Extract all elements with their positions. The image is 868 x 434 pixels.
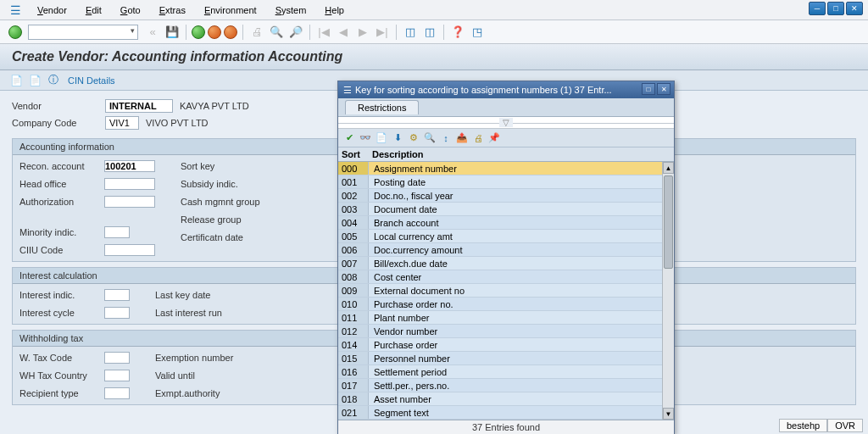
- copy-page-icon[interactable]: 📄: [27, 73, 42, 88]
- popup-row-005[interactable]: 005Local currency amt: [338, 230, 674, 243]
- row-sort: 014: [338, 338, 369, 351]
- popup-row-001[interactable]: 001Posting date: [338, 175, 674, 189]
- popup-check-icon[interactable]: ✔: [342, 131, 357, 146]
- popup-down-icon[interactable]: ⬇: [390, 131, 405, 146]
- popup-filter-icon[interactable]: ⚙: [406, 131, 421, 146]
- popup-close-button[interactable]: ✕: [657, 83, 670, 95]
- recipient-type-field[interactable]: [104, 387, 130, 399]
- interest-cycle-label: Interest cycle: [19, 308, 104, 318]
- row-desc: Branch account: [369, 218, 674, 228]
- sort-key-label: Sort key: [181, 161, 265, 171]
- row-sort: 021: [338, 406, 369, 419]
- popup-row-003[interactable]: 003Document date: [338, 203, 674, 216]
- app-menu-icon[interactable]: ☰: [8, 3, 22, 17]
- row-sort: 001: [338, 175, 369, 188]
- popup-row-006[interactable]: 006Doc.currency amount: [338, 243, 674, 257]
- wtax-code-field[interactable]: [104, 352, 130, 364]
- popup-row-008[interactable]: 008Cost center: [338, 270, 674, 284]
- menu-help[interactable]: Help: [316, 3, 353, 18]
- exit-icon[interactable]: [208, 25, 221, 39]
- cin-details-link[interactable]: CIN Details: [68, 75, 115, 86]
- popup-pin-icon[interactable]: 📌: [487, 131, 502, 146]
- menu-goto[interactable]: Goto: [112, 3, 149, 18]
- cancel-icon[interactable]: [224, 25, 237, 39]
- scroll-down-icon[interactable]: ▼: [663, 408, 674, 420]
- minority-indic-field[interactable]: [104, 226, 130, 238]
- popup-find-icon[interactable]: 🔍: [422, 131, 437, 146]
- shortcut-icon[interactable]: ◫: [421, 24, 438, 41]
- tab-restrictions[interactable]: Restrictions: [345, 100, 419, 114]
- popup-row-012[interactable]: 012Vendor number: [338, 325, 674, 338]
- create-page-icon[interactable]: 📄: [8, 73, 24, 88]
- info-icon[interactable]: ⓘ: [46, 73, 61, 88]
- help-icon[interactable]: ❓: [449, 24, 466, 41]
- popup-export-icon[interactable]: 📤: [454, 131, 470, 146]
- head-office-field[interactable]: [104, 178, 155, 190]
- new-session-icon[interactable]: ◫: [402, 24, 419, 41]
- popup-row-021[interactable]: 021Segment text: [338, 406, 674, 420]
- popup-sort-icon[interactable]: ↕: [438, 131, 453, 146]
- find-icon[interactable]: 🔍: [268, 24, 285, 41]
- minimize-button[interactable]: ─: [809, 2, 826, 15]
- popup-doc-icon[interactable]: 📄: [374, 131, 389, 146]
- maximize-button[interactable]: □: [827, 2, 844, 15]
- command-field[interactable]: [28, 25, 138, 40]
- wh-tax-country-label: WH Tax Country: [19, 370, 104, 381]
- back-icon[interactable]: [192, 25, 205, 39]
- popup-row-016[interactable]: 016Settlement period: [338, 365, 674, 379]
- first-page-icon[interactable]: |◀: [315, 24, 332, 41]
- prev-page-icon[interactable]: ◀: [335, 24, 352, 41]
- popup-restore-button[interactable]: □: [642, 83, 655, 95]
- row-sort: 011: [338, 311, 369, 324]
- row-desc: Settl.per., pers.no.: [369, 381, 674, 391]
- menu-system[interactable]: System: [267, 3, 315, 18]
- print-icon[interactable]: 🖨: [248, 24, 265, 41]
- menu-edit[interactable]: Edit: [77, 3, 110, 18]
- popup-scrollbar[interactable]: ▲ ▼: [662, 162, 674, 420]
- close-button[interactable]: ✕: [846, 2, 863, 15]
- menu-extras[interactable]: Extras: [151, 3, 194, 18]
- popup-row-002[interactable]: 002Doc.no., fiscal year: [338, 189, 674, 203]
- col-header-desc[interactable]: Description: [369, 149, 674, 159]
- authorization-field[interactable]: [104, 196, 155, 208]
- interest-indic-field[interactable]: [104, 289, 130, 301]
- ciiu-code-field[interactable]: [104, 244, 155, 256]
- find-next-icon[interactable]: 🔎: [287, 24, 304, 41]
- scroll-up-icon[interactable]: ▲: [663, 162, 674, 174]
- row-desc: Bill/exch.due date: [369, 259, 674, 269]
- save-icon[interactable]: 💾: [164, 24, 181, 41]
- row-desc: Personnel number: [369, 353, 674, 364]
- col-header-sort[interactable]: Sort: [338, 149, 369, 159]
- interest-cycle-field[interactable]: [104, 307, 130, 319]
- exemption-number-label: Exemption number: [155, 353, 240, 363]
- popup-row-009[interactable]: 009External document no: [338, 284, 674, 298]
- popup-row-015[interactable]: 015Personnel number: [338, 352, 674, 365]
- layout-icon[interactable]: ◳: [469, 24, 486, 41]
- popup-row-014[interactable]: 014Purchase order: [338, 338, 674, 352]
- exmpt-authority-label: Exmpt.authority: [155, 388, 240, 398]
- recon-account-field[interactable]: 100201: [104, 160, 155, 172]
- vendor-field[interactable]: INTERNAL: [105, 99, 173, 113]
- menu-environment[interactable]: Environment: [196, 3, 265, 18]
- popup-row-011[interactable]: 011Plant number: [338, 311, 674, 325]
- popup-row-007[interactable]: 007Bill/exch.due date: [338, 257, 674, 270]
- popup-titlebar[interactable]: ☰ Key for sorting according to assignmen…: [338, 81, 674, 98]
- row-sort: 002: [338, 189, 369, 202]
- next-page-icon[interactable]: ▶: [354, 24, 371, 41]
- popup-print-icon[interactable]: 🖨: [470, 131, 486, 146]
- popup-glasses-icon[interactable]: 👓: [358, 131, 373, 146]
- popup-row-004[interactable]: 004Branch account: [338, 216, 674, 230]
- popup-row-018[interactable]: 018Asset number: [338, 392, 674, 406]
- last-page-icon[interactable]: ▶|: [374, 24, 391, 41]
- enter-icon[interactable]: [8, 25, 22, 39]
- popup-row-010[interactable]: 010Purchase order no.: [338, 298, 674, 311]
- wh-tax-country-field[interactable]: [104, 370, 130, 381]
- popup-row-017[interactable]: 017Settl.per., pers.no.: [338, 379, 674, 392]
- scroll-thumb[interactable]: [664, 175, 673, 269]
- popup-row-000[interactable]: 000Assignment number: [338, 162, 674, 175]
- row-sort: 009: [338, 284, 369, 297]
- row-desc: Assignment number: [369, 164, 674, 174]
- collapse-icon[interactable]: «: [144, 24, 161, 41]
- menu-vendor[interactable]: Vendor: [29, 3, 75, 18]
- company-code-field[interactable]: VIV1: [105, 116, 139, 130]
